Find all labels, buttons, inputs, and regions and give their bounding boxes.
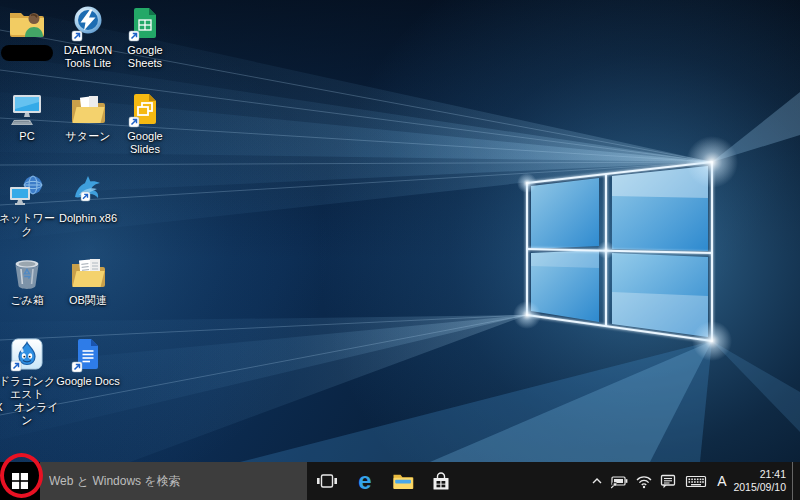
search-input[interactable] [40, 462, 307, 500]
desktop-icon-dragon-quest-x[interactable]: ドラゴンクエスト X オンライン [0, 337, 59, 427]
network-icon [8, 174, 46, 210]
icon-label: Google Slides [127, 130, 162, 156]
action-center-icon [659, 473, 677, 490]
clock-time: 21:41 [760, 468, 786, 481]
folder-documents-icon [69, 256, 107, 292]
icon-label: ドラゴンクエスト X オンライン [0, 375, 59, 427]
desktop-icon-google-slides[interactable]: Google Slides [113, 92, 177, 156]
desktop-icon-dolphin-x86[interactable]: Dolphin x86 [56, 174, 120, 225]
task-view-button[interactable] [308, 462, 346, 500]
chevron-up-icon [591, 475, 603, 487]
tray-expand-button[interactable] [588, 462, 606, 500]
icon-label: サターン [66, 130, 111, 143]
desktop-icon-daemon-tools-lite[interactable]: DAEMON Tools Lite [56, 6, 120, 70]
shortcut-arrow-overlay [72, 31, 82, 41]
file-explorer-icon [391, 469, 415, 493]
censored-username-label [1, 45, 53, 61]
file-explorer-button[interactable] [384, 462, 422, 500]
daemon-tools-icon [71, 6, 105, 42]
recycle-bin-icon [9, 256, 45, 292]
show-desktop-button[interactable] [792, 462, 800, 500]
icon-label: OB関連 [69, 294, 107, 307]
battery-charging-icon [610, 473, 630, 489]
dolphin-icon [71, 174, 105, 210]
icon-label: DAEMON Tools Lite [64, 44, 112, 70]
user-folder-icon [7, 6, 47, 42]
start-button[interactable] [0, 462, 40, 500]
clock-date: 2015/09/10 [733, 481, 786, 494]
ime-mode-letter: A [717, 473, 726, 489]
ime-mode-indicator[interactable]: A [712, 462, 732, 500]
google-sheets-icon [128, 6, 162, 42]
wifi-icon [635, 474, 653, 489]
icon-label: Dolphin x86 [59, 212, 117, 225]
edge-icon: e [352, 468, 378, 494]
shortcut-arrow-overlay [129, 31, 139, 41]
icon-label: PC [19, 130, 34, 143]
desktop-icon-saturn-folder[interactable]: サターン [56, 92, 120, 143]
task-view-icon [315, 469, 339, 493]
pc-icon [8, 92, 46, 128]
desktop-icon-google-sheets[interactable]: Google Sheets [113, 6, 177, 70]
taskbar-clock[interactable]: 21:41 2015/09/10 [730, 462, 786, 500]
desktop-icon-pc[interactable]: PC [0, 92, 59, 143]
shortcut-arrow-overlay [81, 192, 90, 201]
edge-button[interactable]: e [346, 462, 384, 500]
google-slides-icon [128, 92, 162, 128]
windows-store-icon [429, 469, 453, 493]
battery-status[interactable] [608, 462, 632, 500]
desktop-icon-user-folder[interactable] [0, 6, 59, 61]
desktop-icon-recycle-bin[interactable]: ごみ箱 [0, 256, 59, 307]
touch-keyboard-button[interactable] [682, 462, 710, 500]
icon-label: Google Docs [56, 375, 120, 388]
desktop-icon-network[interactable]: ネットワーク [0, 174, 59, 238]
desktop-icon-ob-folder[interactable]: OB関連 [56, 256, 120, 307]
wifi-status[interactable] [632, 462, 656, 500]
folder-icon [69, 92, 107, 128]
icon-label: ネットワーク [0, 212, 59, 238]
windows-logo-icon [12, 473, 28, 489]
shortcut-arrow-overlay [129, 117, 139, 127]
svg-text:e: e [358, 468, 371, 494]
icon-label: ごみ箱 [10, 294, 44, 307]
action-center-button[interactable] [656, 462, 680, 500]
icon-label: Google Sheets [127, 44, 162, 70]
desktop-icon-google-docs[interactable]: Google Docs [56, 337, 120, 388]
google-docs-icon [71, 337, 105, 373]
windows-store-button[interactable] [422, 462, 460, 500]
touch-keyboard-icon [685, 474, 707, 489]
taskbar-search-box [40, 462, 307, 500]
windows10-desktop: DAEMON Tools Lite Google Sheets [0, 0, 800, 500]
shortcut-arrow-overlay [72, 362, 82, 372]
taskbar: e [0, 462, 800, 500]
dragon-quest-slime-icon [9, 337, 45, 373]
shortcut-arrow-overlay [11, 361, 21, 371]
